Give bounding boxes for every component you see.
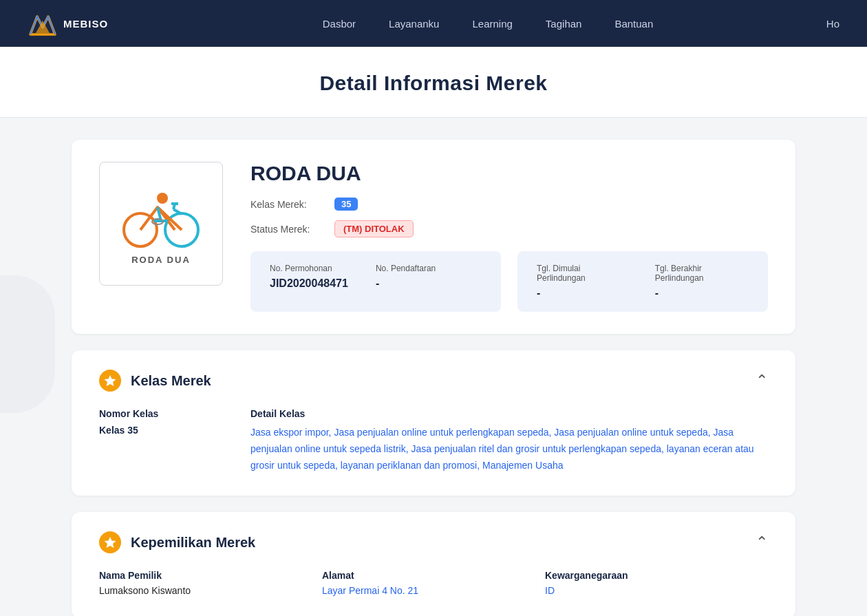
- kepemilikan-merek-card: Kepemilikan Merek ⌃ Nama Pemilik Lumakso…: [72, 512, 795, 616]
- no-permohonan-col: No. Permohonan JID2020048471: [270, 264, 348, 290]
- nav-dasbor[interactable]: Dasbor: [323, 18, 356, 30]
- main-content: RODA DUA RODA DUA Kelas Merek: 35 Status…: [55, 140, 812, 616]
- ownership-row: Nama Pemilik Lumaksono Kiswanto Alamat L…: [99, 570, 768, 596]
- logo-text: MEBISO: [63, 18, 108, 30]
- star-icon: [104, 374, 116, 387]
- page-title-section: Detail Informasi Merek: [0, 47, 867, 118]
- navbar-right-label: Ho: [826, 18, 839, 30]
- permohonan-cols: No. Permohonan JID2020048471 No. Pendaft…: [270, 264, 482, 290]
- brand-logo-box: RODA DUA: [99, 162, 223, 286]
- no-permohonan-label: No. Permohonan: [270, 264, 348, 273]
- tgl-berakhir-col: Tgl. Berakhir Perlindungan -: [655, 264, 749, 299]
- perlindungan-cols: Tgl. Dimulai Perlindungan - Tgl. Berakhi…: [537, 264, 749, 299]
- kelas-table-header: Nomor Kelas Detail Kelas: [99, 408, 768, 419]
- navbar-links: Dasbor Layananku Learning Tagihan Bantua…: [149, 18, 826, 30]
- brand-logo-svg: [120, 183, 202, 252]
- header-detail-kelas: Detail Kelas: [250, 408, 768, 419]
- no-pendaftaran-label: No. Pendaftaran: [376, 264, 436, 273]
- kelas-table-row: Kelas 35 Jasa ekspor impor, Jasa penjual…: [99, 425, 768, 474]
- brand-name: RODA DUA: [250, 162, 768, 185]
- svg-line-9: [173, 204, 175, 209]
- kelas-section-title-row: Kelas Merek: [99, 370, 211, 392]
- perlindungan-box: Tgl. Dimulai Perlindungan - Tgl. Berakhi…: [517, 251, 768, 312]
- nama-pemilik-col: Nama Pemilik Lumaksono Kiswanto: [99, 570, 322, 596]
- tgl-dimulai-value: -: [537, 287, 628, 299]
- tgl-dimulai-label: Tgl. Dimulai Perlindungan: [537, 264, 628, 283]
- logo[interactable]: MEBISO: [28, 8, 108, 39]
- no-pendaftaran-col: No. Pendaftaran -: [376, 264, 436, 290]
- kepemilikan-section-title-row: Kepemilikan Merek: [99, 531, 255, 553]
- nav-bantuan[interactable]: Bantuan: [614, 18, 653, 30]
- tgl-berakhir-label: Tgl. Berakhir Perlindungan: [655, 264, 749, 283]
- navbar: MEBISO Dasbor Layananku Learning Tagihan…: [0, 0, 867, 47]
- kepemilikan-section-title: Kepemilikan Merek: [131, 535, 255, 551]
- kelas-section-title: Kelas Merek: [131, 373, 211, 389]
- kelas-merek-card: Kelas Merek ⌃ Nomor Kelas Detail Kelas K…: [72, 350, 795, 496]
- star-icon-2: [104, 536, 116, 549]
- kelas-section-icon: [99, 370, 121, 392]
- brand-details-row: No. Permohonan JID2020048471 No. Pendaft…: [250, 251, 768, 312]
- bg-decorative-shape: [0, 275, 55, 413]
- nama-pemilik-label: Nama Pemilik: [99, 570, 322, 581]
- svg-point-10: [157, 193, 168, 204]
- brand-status-label: Status Merek:: [250, 224, 326, 235]
- no-pendaftaran-value: -: [376, 277, 436, 290]
- alamat-value: Layar Permai 4 No. 21: [322, 585, 545, 596]
- kelas-detail: Jasa ekspor impor, Jasa penjualan online…: [250, 425, 768, 474]
- brand-status-badge: (TM) DITOLAK: [334, 220, 414, 237]
- brand-class-badge: 35: [334, 198, 358, 211]
- brand-info: RODA DUA Kelas Merek: 35 Status Merek: (…: [250, 162, 768, 312]
- tgl-dimulai-col: Tgl. Dimulai Perlindungan -: [537, 264, 628, 299]
- no-permohonan-value: JID2020048471: [270, 277, 348, 290]
- tgl-berakhir-value: -: [655, 287, 749, 299]
- nav-tagihan[interactable]: Tagihan: [546, 18, 582, 30]
- svg-marker-13: [105, 537, 116, 548]
- logo-icon: [28, 8, 58, 39]
- svg-marker-12: [105, 375, 116, 386]
- alamat-col: Alamat Layar Permai 4 No. 21: [322, 570, 545, 596]
- page-title: Detail Informasi Merek: [0, 72, 867, 95]
- kepemilikan-section-header: Kepemilikan Merek ⌃: [99, 531, 768, 553]
- kelas-chevron-icon[interactable]: ⌃: [756, 372, 768, 390]
- svg-marker-1: [36, 21, 50, 33]
- nav-layananku[interactable]: Layananku: [389, 18, 439, 30]
- brand-class-label: Kelas Merek:: [250, 199, 326, 210]
- kelas-number: Kelas 35: [99, 425, 250, 474]
- kewarganegaraan-value: ID: [545, 585, 768, 596]
- brand-status-row: Status Merek: (TM) DITOLAK: [250, 220, 768, 237]
- kewarganegaraan-label: Kewarganegaraan: [545, 570, 768, 581]
- nama-pemilik-value: Lumaksono Kiswanto: [99, 585, 322, 596]
- brand-card: RODA DUA RODA DUA Kelas Merek: 35 Status…: [72, 140, 795, 334]
- nav-learning[interactable]: Learning: [472, 18, 512, 30]
- header-nomor-kelas: Nomor Kelas: [99, 408, 250, 419]
- brand-logo-name: RODA DUA: [131, 255, 191, 265]
- kepemilikan-section-icon: [99, 531, 121, 553]
- kelas-section-header: Kelas Merek ⌃: [99, 370, 768, 392]
- brand-class-row: Kelas Merek: 35: [250, 198, 768, 211]
- alamat-label: Alamat: [322, 570, 545, 581]
- kewarganegaraan-col: Kewarganegaraan ID: [545, 570, 768, 596]
- permohonan-box: No. Permohonan JID2020048471 No. Pendaft…: [250, 251, 501, 312]
- kepemilikan-chevron-icon[interactable]: ⌃: [756, 533, 768, 551]
